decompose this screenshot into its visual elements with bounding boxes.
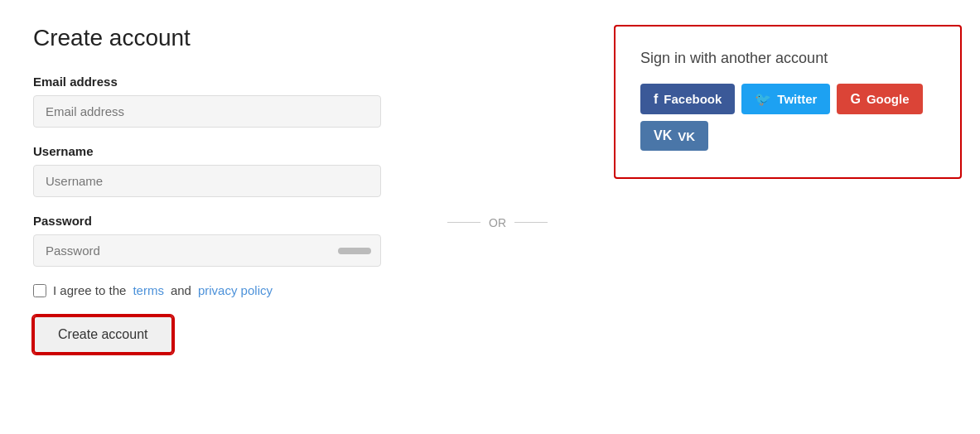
username-group: Username — [33, 144, 381, 197]
agree-checkbox[interactable] — [33, 284, 46, 297]
social-signin-panel: Sign in with another account f Facebook … — [614, 25, 962, 179]
twitter-icon: 🐦 — [755, 91, 771, 107]
vk-button[interactable]: VK VK — [640, 121, 708, 151]
page-title: Create account — [33, 25, 381, 51]
email-group: Email address — [33, 75, 381, 128]
facebook-label: Facebook — [664, 92, 722, 106]
facebook-icon: f — [654, 92, 658, 107]
and-text: and — [171, 283, 191, 297]
social-signin-title: Sign in with another account — [640, 50, 935, 67]
page-wrapper: Create account Email address Username Pa… — [33, 25, 944, 354]
google-icon: G — [850, 92, 860, 107]
social-buttons-container: f Facebook 🐦 Twitter G Google VK VK — [640, 84, 935, 151]
or-line-right — [514, 222, 548, 223]
password-wrapper — [33, 234, 381, 267]
email-field[interactable] — [33, 95, 381, 128]
privacy-link[interactable]: privacy policy — [198, 283, 273, 297]
google-label: Google — [867, 92, 910, 106]
username-field[interactable] — [33, 165, 381, 197]
email-label: Email address — [33, 75, 381, 89]
password-toggle[interactable] — [338, 248, 371, 254]
facebook-button[interactable]: f Facebook — [640, 84, 735, 114]
vk-icon: VK — [654, 128, 672, 143]
password-field[interactable] — [33, 234, 381, 267]
password-label: Password — [33, 214, 381, 228]
or-label: OR — [489, 216, 506, 229]
terms-link[interactable]: terms — [133, 283, 164, 297]
agree-text: I agree to the — [53, 283, 126, 297]
agree-row: I agree to the terms and privacy policy — [33, 283, 381, 297]
vk-label: VK — [678, 129, 695, 143]
twitter-label: Twitter — [777, 92, 817, 106]
twitter-button[interactable]: 🐦 Twitter — [741, 84, 830, 114]
google-button[interactable]: G Google — [837, 84, 922, 114]
left-panel: Create account Email address Username Pa… — [33, 25, 381, 354]
or-line-left — [447, 222, 480, 223]
username-label: Username — [33, 144, 381, 158]
or-divider: OR — [447, 25, 548, 354]
password-group: Password — [33, 214, 381, 267]
create-account-button[interactable]: Create account — [33, 316, 173, 354]
